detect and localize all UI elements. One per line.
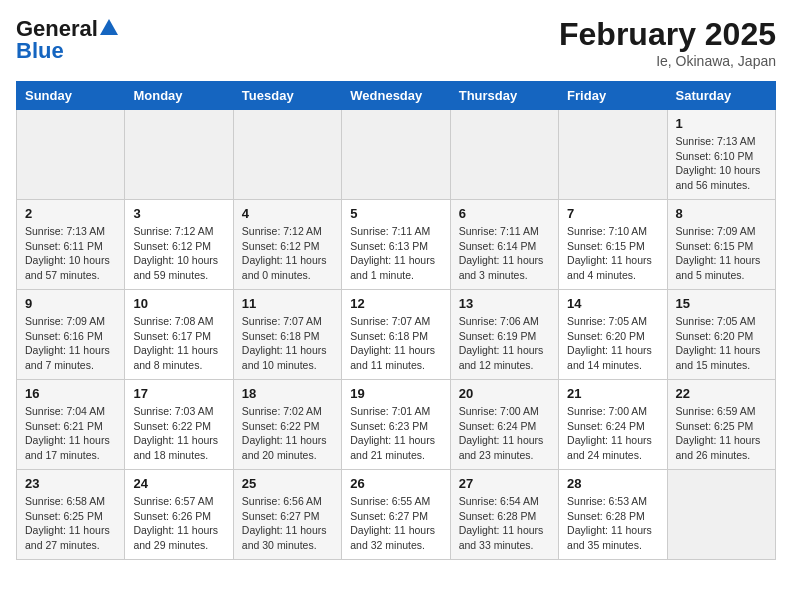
day-info: Sunrise: 7:10 AM Sunset: 6:15 PM Dayligh… — [567, 224, 658, 283]
calendar-cell: 4Sunrise: 7:12 AM Sunset: 6:12 PM Daylig… — [233, 200, 341, 290]
day-info: Sunrise: 7:02 AM Sunset: 6:22 PM Dayligh… — [242, 404, 333, 463]
calendar-cell: 14Sunrise: 7:05 AM Sunset: 6:20 PM Dayli… — [559, 290, 667, 380]
day-info: Sunrise: 7:08 AM Sunset: 6:17 PM Dayligh… — [133, 314, 224, 373]
day-info: Sunrise: 7:11 AM Sunset: 6:13 PM Dayligh… — [350, 224, 441, 283]
logo-blue-text: Blue — [16, 38, 64, 64]
col-header-saturday: Saturday — [667, 82, 775, 110]
calendar-cell — [17, 110, 125, 200]
day-number: 5 — [350, 206, 441, 221]
calendar-cell: 27Sunrise: 6:54 AM Sunset: 6:28 PM Dayli… — [450, 470, 558, 560]
calendar-cell: 6Sunrise: 7:11 AM Sunset: 6:14 PM Daylig… — [450, 200, 558, 290]
day-number: 23 — [25, 476, 116, 491]
day-number: 25 — [242, 476, 333, 491]
day-number: 20 — [459, 386, 550, 401]
day-info: Sunrise: 7:05 AM Sunset: 6:20 PM Dayligh… — [676, 314, 767, 373]
day-number: 22 — [676, 386, 767, 401]
col-header-tuesday: Tuesday — [233, 82, 341, 110]
day-number: 9 — [25, 296, 116, 311]
day-info: Sunrise: 6:58 AM Sunset: 6:25 PM Dayligh… — [25, 494, 116, 553]
day-number: 17 — [133, 386, 224, 401]
col-header-wednesday: Wednesday — [342, 82, 450, 110]
day-info: Sunrise: 7:00 AM Sunset: 6:24 PM Dayligh… — [459, 404, 550, 463]
day-number: 1 — [676, 116, 767, 131]
col-header-thursday: Thursday — [450, 82, 558, 110]
day-info: Sunrise: 7:05 AM Sunset: 6:20 PM Dayligh… — [567, 314, 658, 373]
day-info: Sunrise: 7:06 AM Sunset: 6:19 PM Dayligh… — [459, 314, 550, 373]
day-number: 8 — [676, 206, 767, 221]
col-header-friday: Friday — [559, 82, 667, 110]
calendar-cell: 9Sunrise: 7:09 AM Sunset: 6:16 PM Daylig… — [17, 290, 125, 380]
day-info: Sunrise: 6:53 AM Sunset: 6:28 PM Dayligh… — [567, 494, 658, 553]
calendar-cell: 8Sunrise: 7:09 AM Sunset: 6:15 PM Daylig… — [667, 200, 775, 290]
day-info: Sunrise: 7:13 AM Sunset: 6:10 PM Dayligh… — [676, 134, 767, 193]
day-info: Sunrise: 6:55 AM Sunset: 6:27 PM Dayligh… — [350, 494, 441, 553]
logo-icon — [100, 19, 118, 35]
calendar-cell: 12Sunrise: 7:07 AM Sunset: 6:18 PM Dayli… — [342, 290, 450, 380]
day-number: 14 — [567, 296, 658, 311]
day-info: Sunrise: 7:12 AM Sunset: 6:12 PM Dayligh… — [133, 224, 224, 283]
day-info: Sunrise: 7:04 AM Sunset: 6:21 PM Dayligh… — [25, 404, 116, 463]
calendar-cell: 20Sunrise: 7:00 AM Sunset: 6:24 PM Dayli… — [450, 380, 558, 470]
day-number: 16 — [25, 386, 116, 401]
day-info: Sunrise: 7:03 AM Sunset: 6:22 PM Dayligh… — [133, 404, 224, 463]
day-info: Sunrise: 7:09 AM Sunset: 6:15 PM Dayligh… — [676, 224, 767, 283]
calendar-cell — [233, 110, 341, 200]
calendar-cell: 24Sunrise: 6:57 AM Sunset: 6:26 PM Dayli… — [125, 470, 233, 560]
calendar-cell: 19Sunrise: 7:01 AM Sunset: 6:23 PM Dayli… — [342, 380, 450, 470]
calendar-cell: 21Sunrise: 7:00 AM Sunset: 6:24 PM Dayli… — [559, 380, 667, 470]
day-number: 24 — [133, 476, 224, 491]
col-header-monday: Monday — [125, 82, 233, 110]
day-info: Sunrise: 7:07 AM Sunset: 6:18 PM Dayligh… — [242, 314, 333, 373]
day-number: 18 — [242, 386, 333, 401]
calendar-cell — [559, 110, 667, 200]
calendar-cell — [342, 110, 450, 200]
calendar-cell: 16Sunrise: 7:04 AM Sunset: 6:21 PM Dayli… — [17, 380, 125, 470]
main-title: February 2025 — [559, 16, 776, 53]
day-number: 13 — [459, 296, 550, 311]
day-number: 12 — [350, 296, 441, 311]
svg-marker-0 — [100, 19, 118, 35]
week-row-3: 9Sunrise: 7:09 AM Sunset: 6:16 PM Daylig… — [17, 290, 776, 380]
day-number: 4 — [242, 206, 333, 221]
calendar-cell: 18Sunrise: 7:02 AM Sunset: 6:22 PM Dayli… — [233, 380, 341, 470]
day-info: Sunrise: 7:01 AM Sunset: 6:23 PM Dayligh… — [350, 404, 441, 463]
calendar-header-row: SundayMondayTuesdayWednesdayThursdayFrid… — [17, 82, 776, 110]
calendar-cell: 5Sunrise: 7:11 AM Sunset: 6:13 PM Daylig… — [342, 200, 450, 290]
day-info: Sunrise: 6:54 AM Sunset: 6:28 PM Dayligh… — [459, 494, 550, 553]
calendar-cell: 10Sunrise: 7:08 AM Sunset: 6:17 PM Dayli… — [125, 290, 233, 380]
week-row-2: 2Sunrise: 7:13 AM Sunset: 6:11 PM Daylig… — [17, 200, 776, 290]
calendar-cell: 26Sunrise: 6:55 AM Sunset: 6:27 PM Dayli… — [342, 470, 450, 560]
day-number: 2 — [25, 206, 116, 221]
day-info: Sunrise: 6:59 AM Sunset: 6:25 PM Dayligh… — [676, 404, 767, 463]
day-number: 10 — [133, 296, 224, 311]
day-info: Sunrise: 7:00 AM Sunset: 6:24 PM Dayligh… — [567, 404, 658, 463]
page-header: General Blue February 2025 Ie, Okinawa, … — [16, 16, 776, 69]
day-number: 28 — [567, 476, 658, 491]
day-info: Sunrise: 6:57 AM Sunset: 6:26 PM Dayligh… — [133, 494, 224, 553]
calendar-cell: 25Sunrise: 6:56 AM Sunset: 6:27 PM Dayli… — [233, 470, 341, 560]
calendar-cell — [667, 470, 775, 560]
title-section: February 2025 Ie, Okinawa, Japan — [559, 16, 776, 69]
calendar-cell: 13Sunrise: 7:06 AM Sunset: 6:19 PM Dayli… — [450, 290, 558, 380]
day-number: 19 — [350, 386, 441, 401]
col-header-sunday: Sunday — [17, 82, 125, 110]
calendar-cell: 7Sunrise: 7:10 AM Sunset: 6:15 PM Daylig… — [559, 200, 667, 290]
calendar-cell: 11Sunrise: 7:07 AM Sunset: 6:18 PM Dayli… — [233, 290, 341, 380]
week-row-5: 23Sunrise: 6:58 AM Sunset: 6:25 PM Dayli… — [17, 470, 776, 560]
day-info: Sunrise: 7:07 AM Sunset: 6:18 PM Dayligh… — [350, 314, 441, 373]
day-number: 6 — [459, 206, 550, 221]
day-number: 26 — [350, 476, 441, 491]
day-info: Sunrise: 7:12 AM Sunset: 6:12 PM Dayligh… — [242, 224, 333, 283]
day-number: 3 — [133, 206, 224, 221]
day-number: 21 — [567, 386, 658, 401]
calendar-cell: 15Sunrise: 7:05 AM Sunset: 6:20 PM Dayli… — [667, 290, 775, 380]
calendar-cell — [125, 110, 233, 200]
day-info: Sunrise: 7:09 AM Sunset: 6:16 PM Dayligh… — [25, 314, 116, 373]
calendar-cell: 2Sunrise: 7:13 AM Sunset: 6:11 PM Daylig… — [17, 200, 125, 290]
day-info: Sunrise: 6:56 AM Sunset: 6:27 PM Dayligh… — [242, 494, 333, 553]
day-number: 11 — [242, 296, 333, 311]
week-row-4: 16Sunrise: 7:04 AM Sunset: 6:21 PM Dayli… — [17, 380, 776, 470]
day-info: Sunrise: 7:11 AM Sunset: 6:14 PM Dayligh… — [459, 224, 550, 283]
day-info: Sunrise: 7:13 AM Sunset: 6:11 PM Dayligh… — [25, 224, 116, 283]
calendar-cell: 1Sunrise: 7:13 AM Sunset: 6:10 PM Daylig… — [667, 110, 775, 200]
